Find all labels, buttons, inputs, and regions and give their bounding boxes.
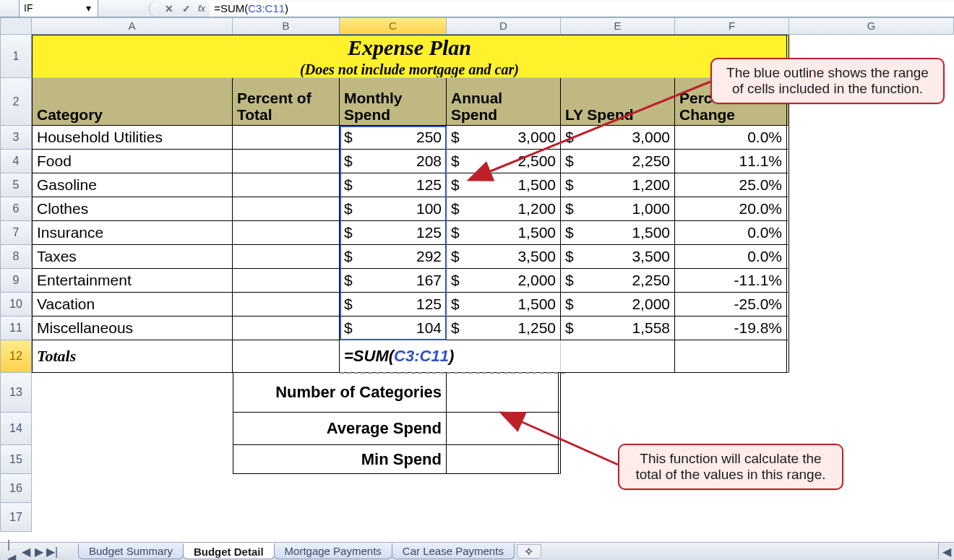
cell-ly-spend[interactable]: $1,500: [561, 221, 675, 245]
cell-editing-formula[interactable]: =SUM(C3:C11): [340, 340, 561, 373]
tab-nav-last-icon[interactable]: ▶|: [46, 546, 58, 557]
select-all-corner[interactable]: [0, 17, 32, 35]
row-header[interactable]: 15: [0, 445, 32, 474]
cell[interactable]: [675, 340, 789, 373]
cell-monthly-spend[interactable]: $250: [340, 126, 447, 150]
sheet-tab[interactable]: Budget Detail: [183, 543, 275, 559]
row-header[interactable]: 7: [0, 221, 32, 245]
row-header[interactable]: 1: [0, 35, 32, 78]
column-header[interactable]: A: [32, 17, 233, 35]
column-header[interactable]: E: [561, 17, 675, 35]
cell-ly-spend[interactable]: $1,558: [561, 316, 675, 340]
cell-category[interactable]: Household Utilities: [32, 126, 233, 150]
new-sheet-button[interactable]: ✧: [517, 544, 541, 559]
cell-percent-total[interactable]: [233, 245, 340, 269]
cell[interactable]: [233, 340, 340, 373]
hscroll-left-button[interactable]: ◀: [938, 543, 954, 559]
cell-monthly-spend[interactable]: $125: [340, 293, 447, 316]
row-header[interactable]: 3: [0, 126, 32, 150]
tab-nav-first-icon[interactable]: |◀: [7, 546, 19, 557]
cell-annual-spend[interactable]: $1,500: [447, 221, 561, 245]
column-header-cell[interactable]: LY Spend: [561, 78, 675, 126]
cell-percent-total[interactable]: [233, 126, 340, 150]
cell-category[interactable]: Clothes: [32, 197, 233, 221]
row-header[interactable]: 10: [0, 293, 32, 316]
column-header[interactable]: G: [789, 17, 954, 35]
column-header[interactable]: F: [675, 17, 789, 35]
row-header[interactable]: 14: [0, 413, 32, 445]
cell-monthly-spend[interactable]: $208: [340, 150, 447, 173]
sheet-tab[interactable]: Mortgage Payments: [274, 543, 392, 559]
cell-annual-spend[interactable]: $1,200: [447, 197, 561, 221]
cell-category[interactable]: Miscellaneous: [32, 316, 233, 340]
row-header[interactable]: 17: [0, 503, 32, 532]
row-header[interactable]: 16: [0, 474, 32, 503]
tab-nav-next-icon[interactable]: ▶: [33, 546, 45, 557]
cell-annual-spend[interactable]: $1,500: [447, 173, 561, 197]
cell-percent-change[interactable]: 20.0%: [675, 197, 789, 221]
cell-percent-total[interactable]: [233, 173, 340, 197]
row-header[interactable]: 6: [0, 197, 32, 221]
cell-ly-spend[interactable]: $2,250: [561, 150, 675, 173]
column-header-cell[interactable]: MonthlySpend: [340, 78, 447, 126]
cell-summary-value[interactable]: [447, 445, 561, 474]
cell-category[interactable]: Entertainment: [32, 269, 233, 293]
sheet-tab[interactable]: Car Lease Payments: [392, 543, 515, 559]
cell-ly-spend[interactable]: $3,500: [561, 245, 675, 269]
cell-ly-spend[interactable]: $3,000: [561, 126, 675, 150]
title-cell[interactable]: Expense Plan(Does not include mortgage a…: [32, 35, 789, 78]
cell-percent-change[interactable]: 0.0%: [675, 245, 789, 269]
cell-category[interactable]: Gasoline: [32, 173, 233, 197]
row-header[interactable]: 9: [0, 269, 32, 293]
row-header[interactable]: 2: [0, 78, 32, 126]
name-box[interactable]: IF ▾: [19, 0, 98, 17]
cell-summary-label[interactable]: Average Spend: [233, 413, 447, 445]
column-header[interactable]: C: [340, 17, 447, 35]
cell-percent-change[interactable]: 11.1%: [675, 150, 789, 173]
cell-annual-spend[interactable]: $3,500: [447, 245, 561, 269]
cell-summary-label[interactable]: Number of Categories: [233, 373, 447, 413]
cancel-formula-button[interactable]: ✕: [163, 3, 175, 14]
cell-percent-total[interactable]: [233, 269, 340, 293]
cell-summary-value[interactable]: [447, 413, 561, 445]
column-header-cell[interactable]: AnnualSpend: [447, 78, 561, 126]
cell-percent-change[interactable]: 0.0%: [675, 126, 789, 150]
cell-monthly-spend[interactable]: $104: [340, 316, 447, 340]
column-header[interactable]: D: [447, 17, 561, 35]
cell-category[interactable]: Taxes: [32, 245, 233, 269]
chevron-down-icon[interactable]: ▾: [83, 3, 93, 13]
cell-percent-total[interactable]: [233, 293, 340, 316]
row-header[interactable]: 11: [0, 316, 32, 340]
sheet-tab[interactable]: Budget Summary: [78, 543, 184, 559]
cell-percent-total[interactable]: [233, 316, 340, 340]
cell-totals-label[interactable]: Totals: [32, 340, 233, 373]
tab-nav-prev-icon[interactable]: ◀: [20, 546, 32, 557]
cell-percent-total[interactable]: [233, 221, 340, 245]
cell-category[interactable]: Vacation: [32, 293, 233, 316]
cell-summary-label[interactable]: Min Spend: [233, 445, 447, 474]
cell-percent-change[interactable]: 0.0%: [675, 221, 789, 245]
row-header[interactable]: 13: [0, 373, 32, 413]
cell-percent-total[interactable]: [233, 150, 340, 173]
cell-annual-spend[interactable]: $2,500: [447, 150, 561, 173]
cell-annual-spend[interactable]: $1,500: [447, 293, 561, 316]
formula-input[interactable]: =SUM(C3:C11): [210, 1, 954, 17]
cell-annual-spend[interactable]: $3,000: [447, 126, 561, 150]
cell-monthly-spend[interactable]: $125: [340, 221, 447, 245]
row-header[interactable]: 12: [0, 340, 32, 373]
cell-ly-spend[interactable]: $1,000: [561, 197, 675, 221]
column-header[interactable]: B: [233, 17, 340, 35]
cell-monthly-spend[interactable]: $125: [340, 173, 447, 197]
row-header[interactable]: 4: [0, 150, 32, 173]
cell-summary-value[interactable]: [447, 373, 561, 413]
cell[interactable]: [561, 340, 675, 373]
cell-percent-change[interactable]: -11.1%: [675, 269, 789, 293]
cell-percent-change[interactable]: -25.0%: [675, 293, 789, 316]
column-header-cell[interactable]: Percent ofTotal: [233, 78, 340, 126]
enter-formula-button[interactable]: ✓: [181, 3, 192, 14]
cell-annual-spend[interactable]: $2,000: [447, 269, 561, 293]
cell-annual-spend[interactable]: $1,250: [447, 316, 561, 340]
cell-monthly-spend[interactable]: $167: [340, 269, 447, 293]
cell-percent-change[interactable]: 25.0%: [675, 173, 789, 197]
cell-monthly-spend[interactable]: $100: [340, 197, 447, 221]
